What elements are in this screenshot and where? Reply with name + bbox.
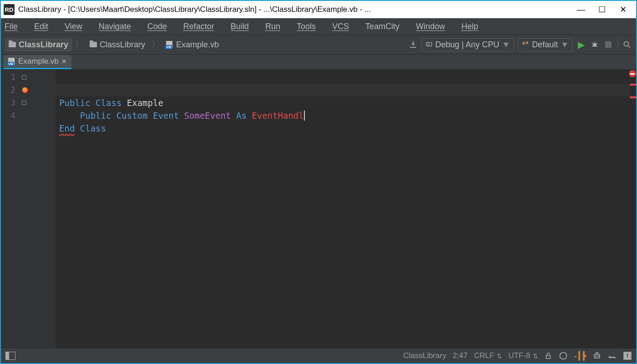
run-profile-label: Default	[532, 40, 558, 50]
build-icon[interactable]	[409, 40, 418, 49]
vb-file-icon: VB	[166, 41, 173, 48]
menu-help[interactable]: Help	[461, 22, 486, 31]
error-marker[interactable]	[630, 96, 636, 98]
svg-rect-0	[426, 42, 432, 46]
line-number[interactable]: 2	[1, 84, 19, 96]
readonly-lock-icon[interactable]	[544, 352, 552, 360]
run-profile-selector[interactable]: Default ▼	[518, 38, 573, 51]
titlebar: RD ClassLibrary - [C:\Users\Maart\Deskto…	[1, 1, 636, 18]
folder-icon	[9, 42, 16, 47]
menu-build[interactable]: Build	[231, 22, 257, 31]
status-line-col[interactable]: 2:47	[453, 351, 468, 360]
chevron-right-icon: 〉	[152, 39, 160, 50]
menu-code[interactable]: Code	[147, 22, 175, 31]
chevron-down-icon: ▼	[561, 40, 569, 50]
fold-end-icon[interactable]: −	[22, 101, 26, 105]
svg-point-4	[624, 41, 628, 46]
menu-bar: File Edit View Navigate Code Refactor Bu…	[1, 18, 636, 35]
tool-windows-toggle-icon[interactable]	[5, 352, 15, 360]
status-encoding[interactable]: UTF-8	[508, 351, 538, 360]
icon-gutter: − −	[19, 69, 56, 349]
teamcity-status-icon[interactable]: -┃┣	[574, 351, 586, 361]
error-stripe	[630, 69, 636, 349]
search-button[interactable]	[622, 40, 632, 49]
folder-icon	[90, 42, 97, 47]
vb-file-icon: VB	[8, 58, 15, 65]
menu-edit[interactable]: Edit	[34, 22, 56, 31]
chevron-down-icon: ▼	[502, 40, 510, 50]
line-number[interactable]: 4	[1, 109, 19, 122]
svg-rect-3	[594, 41, 595, 43]
line-number[interactable]: 1	[1, 71, 19, 84]
menu-tools[interactable]: Tools	[297, 22, 324, 31]
inspection-indicator-icon[interactable]	[559, 351, 568, 360]
close-tab-icon[interactable]: ✕	[61, 58, 67, 65]
error-indicator-icon[interactable]	[629, 70, 636, 77]
code-text-area[interactable]: Public Class Example Public Custom Event…	[56, 69, 636, 349]
menu-file[interactable]: File	[5, 22, 26, 31]
svg-point-6	[560, 353, 567, 359]
line-number-gutter: 1 2 3 4	[1, 69, 19, 349]
menu-window[interactable]: Window	[416, 22, 453, 31]
minimize-button[interactable]: —	[571, 5, 592, 15]
status-bar: ClassLibrary 2:47 CRLF UTF-8 -┃┣ !	[1, 349, 636, 363]
status-line-separator[interactable]: CRLF	[474, 351, 502, 360]
breadcrumb-label: ClassLibrary	[19, 40, 68, 50]
event-log-alert-icon[interactable]: !	[623, 352, 632, 360]
svg-point-8	[596, 356, 597, 357]
configuration-selector[interactable]: Debug | Any CPU ▼	[421, 38, 515, 51]
menu-teamcity[interactable]: TeamCity	[365, 22, 408, 31]
editor: 1 2 3 4 − − Public Class Example Public …	[1, 69, 636, 349]
breadcrumb-file[interactable]: VB Example.vb	[163, 39, 222, 51]
menu-refactor[interactable]: Refactor	[183, 22, 222, 31]
menu-view[interactable]: View	[65, 22, 91, 31]
menu-run[interactable]: Run	[265, 22, 288, 31]
svg-rect-5	[546, 355, 551, 359]
breadcrumb-label: ClassLibrary	[100, 40, 145, 50]
notifications-icon[interactable]	[608, 351, 617, 360]
close-window-button[interactable]: ✕	[612, 5, 633, 15]
debug-button[interactable]	[590, 40, 599, 49]
svg-point-2	[593, 43, 597, 47]
menu-navigate[interactable]: Navigate	[99, 22, 139, 31]
fold-icon[interactable]: −	[22, 75, 26, 80]
svg-point-10	[609, 356, 610, 358]
run-button[interactable]: ▶	[576, 40, 586, 49]
app-icon: RD	[4, 4, 15, 15]
stop-button[interactable]	[604, 40, 613, 49]
bot-icon[interactable]	[592, 351, 602, 360]
lightbulb-icon[interactable]	[22, 87, 28, 93]
breadcrumb-solution[interactable]: ClassLibrary	[5, 39, 71, 51]
editor-tabs: VB Example.vb ✕	[1, 55, 636, 69]
breadcrumb-project[interactable]: ClassLibrary	[87, 39, 148, 51]
svg-point-9	[598, 356, 599, 357]
maximize-button[interactable]: ☐	[592, 5, 612, 15]
error-marker[interactable]	[630, 84, 636, 86]
status-context[interactable]: ClassLibrary	[403, 351, 446, 360]
line-number[interactable]: 3	[1, 96, 19, 109]
window-title: ClassLibrary - [C:\Users\Maart\Desktop\C…	[18, 5, 371, 14]
configuration-label: Debug | Any CPU	[435, 40, 500, 50]
chevron-right-icon: 〉	[75, 39, 83, 50]
tab-label: Example.vb	[18, 57, 59, 66]
tab-example-vb[interactable]: VB Example.vb ✕	[4, 55, 71, 69]
toolbar: ClassLibrary 〉 ClassLibrary 〉 VB Example…	[1, 35, 636, 55]
breadcrumb-label: Example.vb	[176, 40, 219, 50]
menu-vcs[interactable]: VCS	[332, 22, 357, 31]
